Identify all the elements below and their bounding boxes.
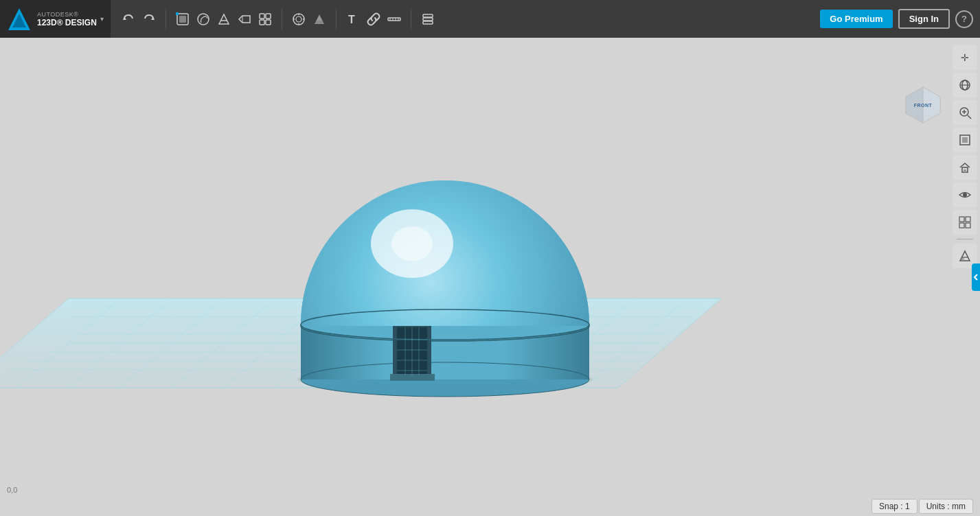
logo-dropdown-icon[interactable]: ▾ — [100, 15, 104, 23]
redo-button[interactable] — [139, 10, 159, 29]
svg-rect-26 — [423, 21, 433, 24]
svg-rect-11 — [266, 20, 271, 25]
sketch-tool-btn[interactable] — [194, 10, 213, 29]
svg-rect-5 — [179, 16, 186, 23]
svg-rect-8 — [260, 14, 264, 19]
modify-tool-btn[interactable] — [235, 10, 254, 29]
material-tool-btn[interactable] — [310, 10, 329, 29]
svg-text:FRONT: FRONT — [914, 103, 933, 108]
svg-rect-89 — [962, 137, 968, 143]
svg-point-12 — [293, 14, 304, 25]
snap-tools-group — [286, 10, 332, 29]
right-panel-separator — [957, 239, 973, 239]
status-bar: Snap : 1 Units : mm — [865, 497, 980, 516]
undo-redo-group — [116, 10, 161, 29]
brand-name: AUTODESK® — [37, 11, 97, 18]
product-name: 123D® DESIGN — [37, 18, 97, 27]
svg-rect-10 — [260, 20, 264, 25]
snap-tool-btn[interactable] — [289, 10, 308, 29]
svg-text:✛: ✛ — [961, 52, 969, 63]
link-tool-btn[interactable] — [364, 10, 383, 29]
extra-tools-group: T — [341, 10, 407, 29]
svg-rect-96 — [966, 223, 970, 228]
right-actions: Go Premium Sign In ? — [820, 9, 980, 29]
layers-tools-group — [415, 10, 440, 29]
svg-point-92 — [963, 193, 967, 197]
separator-3 — [336, 9, 337, 30]
svg-line-85 — [968, 115, 971, 119]
units-status[interactable]: Units : mm — [919, 499, 973, 514]
text-tool-btn[interactable]: T — [343, 10, 363, 29]
sign-in-button[interactable]: Sign In — [898, 9, 950, 29]
pan-button[interactable]: ✛ — [953, 45, 977, 70]
visibility-button[interactable] — [953, 183, 977, 207]
main-toolbar: AUTODESK® 123D® DESIGN ▾ — [0, 0, 980, 38]
measure-tool-btn[interactable] — [385, 10, 404, 29]
svg-rect-24 — [423, 14, 433, 17]
svg-rect-95 — [959, 223, 964, 228]
svg-point-67 — [391, 226, 433, 261]
svg-rect-9 — [266, 14, 271, 19]
svg-point-7 — [198, 14, 209, 25]
grid-display-button[interactable] — [953, 210, 977, 235]
tool-groups: T — [111, 9, 820, 30]
pattern-tool-btn[interactable] — [255, 10, 275, 29]
fit-view-button[interactable] — [953, 128, 977, 152]
svg-rect-6 — [176, 12, 179, 15]
svg-rect-62 — [390, 374, 435, 381]
svg-text:T: T — [348, 14, 355, 25]
construct-tool-btn[interactable] — [214, 10, 233, 29]
home-view-button[interactable] — [953, 155, 977, 180]
snap-status[interactable]: Snap : 1 — [871, 499, 918, 514]
3d-scene[interactable]: 0,0 — [0, 38, 980, 516]
layers-tool-btn[interactable] — [418, 10, 437, 29]
svg-rect-25 — [423, 18, 433, 21]
zoom-button[interactable] — [953, 100, 977, 125]
collapse-tab[interactable] — [972, 263, 980, 291]
scene-svg — [0, 38, 980, 516]
orbit-button[interactable] — [953, 73, 977, 97]
main-canvas[interactable]: 0,0 FRONT ✛ — [0, 38, 980, 516]
svg-point-13 — [296, 16, 301, 22]
autodesk-logo-icon — [7, 7, 32, 32]
svg-rect-93 — [959, 217, 964, 222]
primitive-tool-btn[interactable] — [173, 10, 192, 29]
svg-point-97 — [961, 258, 964, 261]
svg-rect-94 — [966, 217, 970, 222]
separator-1 — [166, 9, 166, 30]
logo-text: AUTODESK® 123D® DESIGN — [37, 11, 97, 27]
shape-tools-group — [170, 10, 277, 29]
coord-display: 0,0 — [7, 486, 17, 494]
undo-button[interactable] — [119, 10, 138, 29]
separator-4 — [411, 9, 411, 30]
separator-2 — [282, 9, 282, 30]
svg-rect-91 — [964, 169, 966, 172]
view-cube[interactable]: FRONT — [904, 86, 942, 124]
logo-area[interactable]: AUTODESK® 123D® DESIGN ▾ — [0, 0, 111, 38]
go-premium-button[interactable]: Go Premium — [820, 10, 892, 28]
help-button[interactable]: ? — [955, 10, 973, 28]
